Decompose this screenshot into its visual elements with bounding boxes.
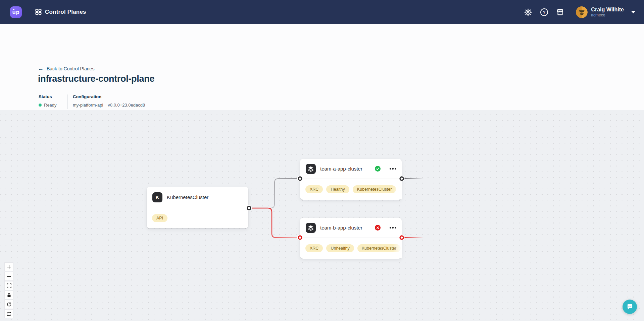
configuration-label: Configuration (73, 94, 145, 99)
configuration-version: v0.0.0+23.0edacd8 (108, 103, 145, 108)
navbar-right: ? Craig Wilhite acmeco (516, 0, 644, 24)
status-value: Ready (44, 103, 57, 108)
rotate-button[interactable] (4, 300, 13, 309)
node-kubernetescluster[interactable]: K KubernetesCluster API (147, 187, 248, 228)
back-arrow-icon: ← (38, 66, 44, 71)
zoom-in-button[interactable] (4, 262, 13, 271)
svg-text:?: ? (543, 10, 545, 15)
upbound-logo[interactable]: up (10, 6, 22, 18)
node-team-b-app-cluster[interactable]: team-b-app-cluster XRC Unhealthy Kuberne… (300, 218, 402, 259)
canvas-controls (4, 262, 13, 318)
unhealthy-x-icon (375, 225, 381, 231)
user-org: acmeco (591, 13, 624, 17)
settings-gear-icon[interactable] (524, 8, 532, 16)
k-letter-icon: K (152, 192, 162, 202)
node-title: team-b-app-cluster (320, 225, 362, 231)
badge-unhealthy: Unhealthy (326, 244, 354, 252)
fit-view-button[interactable] (4, 281, 13, 290)
node-menu-button[interactable] (390, 226, 396, 230)
user-name: Craig Wilhite (591, 7, 624, 13)
status-label: Status (39, 94, 57, 99)
avatar[interactable] (576, 6, 588, 18)
node-title: team-a-app-cluster (320, 166, 362, 172)
zoom-out-button[interactable] (4, 272, 13, 281)
grid-icon[interactable] (35, 8, 42, 17)
graph-canvas[interactable]: K KubernetesCluster API team-a-app-clust… (0, 110, 644, 321)
chat-launcher[interactable] (623, 300, 637, 314)
badge-truncation-fade (393, 179, 402, 199)
configuration-name: my-platform-api (73, 103, 103, 108)
status-ready-dot (39, 104, 42, 107)
status-block: Status Ready (39, 94, 57, 108)
app-title: Control Planes (45, 9, 86, 15)
edge-kc-to-team-a (249, 179, 300, 208)
badge-xrc: XRC (305, 185, 323, 193)
page-header: ← Back to Control Planes infrastructure-… (0, 24, 644, 110)
page-title: infrastructure-control-plane (38, 74, 154, 84)
node-team-a-app-cluster[interactable]: team-a-app-cluster XRC Healthy Kubernete… (300, 159, 402, 200)
back-link-label: Back to Control Planes (47, 66, 94, 71)
badge-healthy: Healthy (326, 185, 349, 193)
meta-divider (67, 94, 68, 109)
help-icon[interactable]: ? (540, 8, 548, 16)
node-menu-button[interactable] (390, 167, 396, 171)
badge-api: API (152, 214, 167, 222)
badge-kind: KubernetesCluster (353, 185, 396, 193)
back-link[interactable]: ← Back to Control Planes (38, 66, 94, 71)
healthy-check-icon (375, 166, 381, 172)
badge-truncation-fade (393, 238, 402, 258)
lock-button[interactable] (4, 291, 13, 300)
top-navbar: up Control Planes (0, 0, 644, 24)
graph-edges (0, 110, 644, 321)
logo-dot (13, 9, 14, 10)
layers-icon (306, 223, 316, 233)
edge-kc-to-team-b (249, 208, 300, 238)
badge-xrc: XRC (305, 244, 323, 252)
chevron-down-icon[interactable] (631, 11, 635, 13)
user-menu[interactable]: Craig Wilhite acmeco (591, 7, 624, 17)
marketplace-icon[interactable] (556, 8, 564, 16)
layers-icon (306, 164, 316, 174)
configuration-block: Configuration my-platform-api v0.0.0+23.… (73, 94, 145, 108)
refresh-button[interactable] (4, 309, 13, 318)
node-title: KubernetesCluster (167, 194, 208, 200)
